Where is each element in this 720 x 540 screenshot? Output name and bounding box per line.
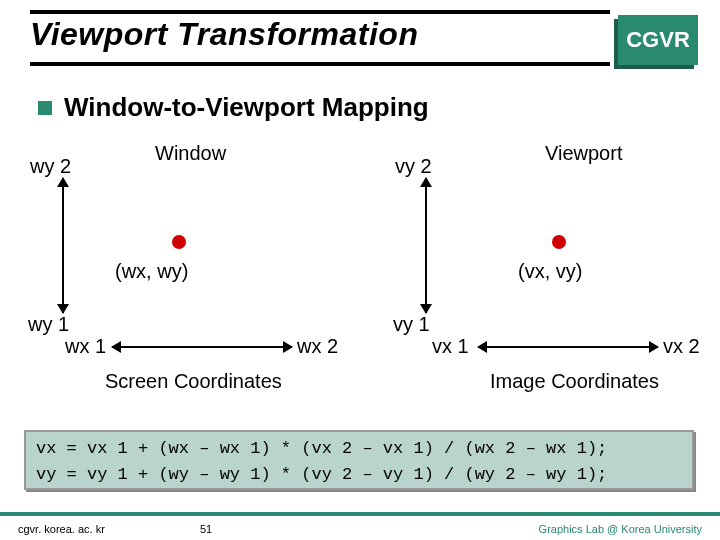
viewport-vertical-arrow-icon bbox=[425, 178, 427, 313]
slide: Viewport Transformation CGVR Window-to-V… bbox=[0, 0, 720, 540]
window-label: Window bbox=[155, 142, 226, 165]
vx1-label: vx 1 bbox=[432, 335, 469, 358]
footer-url: cgvr. korea. ac. kr bbox=[18, 523, 105, 535]
section-title: Window-to-Viewport Mapping bbox=[64, 92, 429, 123]
window-point-dot-icon bbox=[172, 235, 186, 249]
wy2-label: wy 2 bbox=[30, 155, 71, 178]
section-heading: Window-to-Viewport Mapping bbox=[38, 92, 429, 123]
footer-credit: Graphics Lab @ Korea University bbox=[539, 523, 702, 535]
window-horizontal-arrow-icon bbox=[112, 346, 292, 348]
vy2-label: vy 2 bbox=[395, 155, 432, 178]
diagram: Window wy 2 wy 1 wx 1 wx 2 (wx, wy) Scre… bbox=[0, 130, 720, 440]
logo-badge: CGVR bbox=[618, 15, 698, 65]
bullet-icon bbox=[38, 101, 52, 115]
wy1-label: wy 1 bbox=[28, 313, 69, 336]
wx2-label: wx 2 bbox=[297, 335, 338, 358]
wx1-label: wx 1 bbox=[65, 335, 106, 358]
window-caption: Screen Coordinates bbox=[105, 370, 282, 393]
formula-vy: vy = vy 1 + (wy – wy 1) * (vy 2 – vy 1) … bbox=[36, 462, 682, 488]
formula-vx: vx = vx 1 + (wx – wx 1) * (vx 2 – vx 1) … bbox=[36, 436, 682, 462]
viewport-point-dot-icon bbox=[552, 235, 566, 249]
viewport-caption: Image Coordinates bbox=[490, 370, 659, 393]
viewport-point-label: (vx, vy) bbox=[518, 260, 582, 283]
viewport-label: Viewport bbox=[545, 142, 622, 165]
header: Viewport Transformation CGVR bbox=[0, 0, 720, 75]
window-point-label: (wx, wy) bbox=[115, 260, 188, 283]
window-vertical-arrow-icon bbox=[62, 178, 64, 313]
rule-top bbox=[30, 10, 610, 14]
vx2-label: vx 2 bbox=[663, 335, 700, 358]
footer: cgvr. korea. ac. kr 51 Graphics Lab @ Ko… bbox=[0, 512, 720, 540]
vy1-label: vy 1 bbox=[393, 313, 430, 336]
page-number: 51 bbox=[200, 523, 212, 535]
viewport-horizontal-arrow-icon bbox=[478, 346, 658, 348]
rule-bottom bbox=[30, 62, 610, 66]
page-title: Viewport Transformation bbox=[30, 16, 418, 53]
formula-box: vx = vx 1 + (wx – wx 1) * (vx 2 – vx 1) … bbox=[24, 430, 694, 490]
